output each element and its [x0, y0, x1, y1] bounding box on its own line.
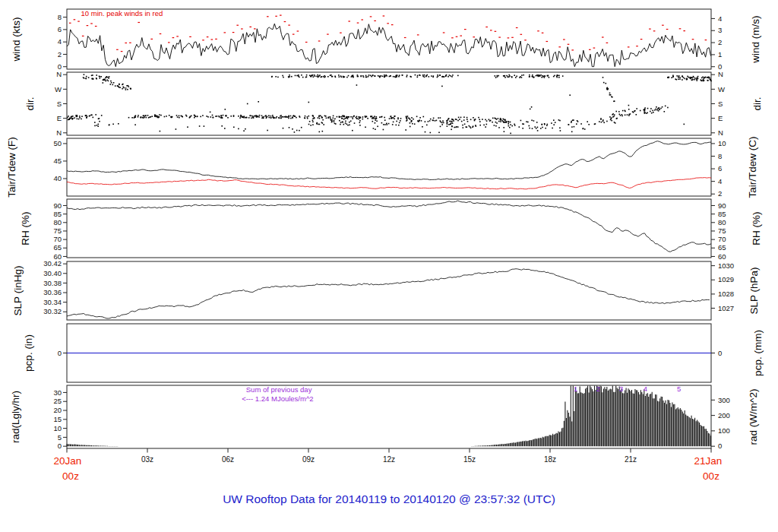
dir-point [529, 74, 530, 76]
y-tick-label-left: N [56, 70, 62, 78]
dir-point [615, 111, 617, 112]
dir-point [283, 116, 284, 118]
dir-point [314, 74, 315, 76]
dir-point [544, 77, 546, 78]
dir-point [460, 117, 462, 119]
panel-slp: 30.3230.3430.3630.3830.4030.421027102810… [12, 259, 760, 320]
dir-point [243, 117, 245, 119]
dir-point [322, 122, 324, 124]
dir-point [334, 119, 336, 120]
dir-point [94, 125, 96, 127]
peak-dot [640, 39, 643, 40]
dir-point [634, 110, 635, 112]
dir-point [424, 77, 425, 78]
dir-point [526, 121, 527, 122]
y-tick-label-right: 1027 [718, 304, 734, 312]
dir-point [134, 124, 136, 125]
x-tick-label: 09z [302, 455, 315, 464]
dir-point [415, 74, 416, 76]
dir-point [697, 76, 699, 78]
dir-point [330, 119, 332, 121]
dir-point [416, 116, 418, 118]
dir-point [559, 128, 561, 129]
axis-label-right-pcp: pcp. (mm) [752, 330, 764, 376]
dir-point [115, 85, 116, 87]
dir-point [646, 112, 647, 114]
dir-point [241, 116, 242, 117]
dir-point [576, 123, 577, 125]
dir-point [574, 126, 575, 128]
dir-point [384, 74, 385, 76]
dir-point [438, 76, 439, 78]
y-tick-label-left: 15 [53, 415, 62, 423]
dir-point [510, 122, 511, 123]
dir-point [384, 117, 385, 119]
dir-point [123, 87, 125, 89]
dir-point [273, 118, 274, 119]
peak-dot [121, 51, 123, 52]
dir-point [108, 81, 109, 82]
axis-label-right-slp: SLP (hPa) [748, 267, 760, 314]
dir-point [419, 74, 421, 76]
dir-point [206, 116, 207, 117]
dir-point [497, 76, 498, 78]
dir-point [531, 120, 533, 122]
dir-point [160, 131, 161, 132]
dir-point [359, 125, 361, 126]
axis-label-right-temp: Tair/Tdew (C) [747, 136, 758, 198]
dir-point [166, 116, 167, 117]
peak-dot [215, 39, 217, 40]
peak-dot [464, 29, 466, 30]
dir-point [250, 115, 251, 116]
dir-point [511, 125, 513, 127]
dir-point [710, 79, 711, 81]
dir-point [285, 116, 286, 118]
dir-point [457, 75, 459, 77]
dir-point [463, 116, 465, 118]
dir-point [103, 79, 105, 81]
rad-cumulative-marker-1: 1 [574, 385, 577, 393]
dir-point [429, 76, 430, 78]
axis-label-left-wind: wind (kts) [11, 17, 22, 62]
dir-point [553, 76, 555, 78]
dir-point [345, 121, 346, 122]
dir-point [504, 131, 505, 132]
dir-point [334, 123, 336, 125]
dir-point [523, 74, 524, 76]
dir-point [657, 108, 659, 109]
dir-point [321, 77, 322, 78]
dir-point [602, 77, 604, 78]
y-tick-label-right: 3 [718, 26, 722, 34]
dir-point [194, 117, 195, 119]
dir-point [350, 121, 352, 122]
dir-point [440, 122, 441, 123]
dir-point [540, 74, 542, 76]
dir-point [553, 119, 555, 121]
dir-point [614, 114, 615, 116]
dir-point [386, 123, 387, 125]
dir-point [495, 122, 497, 123]
dir-point [440, 126, 441, 128]
dir-point [551, 122, 552, 124]
dir-point [383, 129, 384, 131]
dir-point [470, 119, 472, 121]
dir-point [621, 116, 623, 117]
x-tick-label: 03z [141, 455, 153, 464]
dir-point [656, 106, 657, 108]
dir-point [388, 123, 390, 125]
peak-dot [202, 40, 204, 40]
dir-point [536, 128, 537, 129]
peak-dot [318, 40, 321, 41]
dir-point [485, 119, 486, 121]
peak-dot [460, 36, 462, 36]
dir-point [375, 122, 376, 124]
dir-point [101, 115, 103, 116]
dir-point [544, 124, 546, 125]
dir-point [438, 117, 439, 119]
dir-point [611, 120, 612, 122]
dir-point [520, 76, 521, 78]
dir-point [620, 115, 621, 116]
dir-point [337, 116, 338, 118]
dir-point [217, 116, 218, 117]
peak-dot [558, 46, 561, 47]
